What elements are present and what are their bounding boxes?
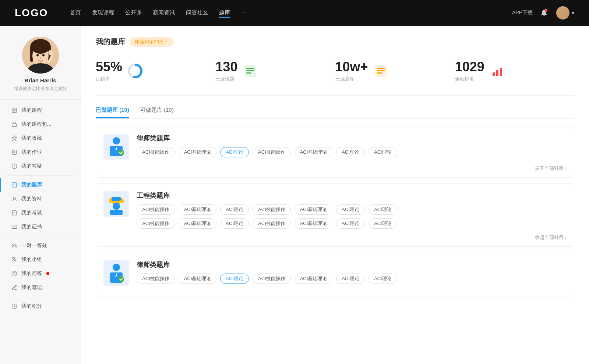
tag-e-r1-4[interactable]: ACI基础理论 <box>294 204 333 215</box>
tag-l1-6[interactable]: ACI理论 <box>368 147 397 157</box>
done-banks-icon <box>374 64 388 78</box>
tag-l1-4[interactable]: ACI基础理论 <box>294 147 333 157</box>
qbank-card-engineer: 工程类题库 ACI技能操作 ACI基础理论 ACI理论 ACI技能操作 ACI基… <box>96 183 574 247</box>
tag-l1-3[interactable]: ACI技能操作 <box>253 147 291 157</box>
svg-rect-47 <box>496 70 498 76</box>
qbank-title-lawyer-2: 律师类题库 <box>137 260 567 269</box>
sidebar-item-course[interactable]: 我的课程 <box>0 103 81 117</box>
notification-bell[interactable] <box>540 8 549 17</box>
tag-e-r2-0[interactable]: ACI技能操作 <box>137 218 175 229</box>
tag-e-r2-5[interactable]: ACI理论 <box>336 218 365 229</box>
stats-row: 55% 正确率 130 已做试题 <box>96 56 574 96</box>
done-banks-label: 已做题库 <box>335 76 368 82</box>
sidebar-item-points[interactable]: 我的积分 <box>0 299 81 313</box>
tag-e-r1-5[interactable]: ACI理论 <box>336 204 365 215</box>
tag-e-r1-6[interactable]: ACI理论 <box>368 204 397 215</box>
tag-l1-0[interactable]: ACI技能操作 <box>137 147 175 157</box>
tag-l2-0[interactable]: ACI技能操作 <box>137 274 175 284</box>
svg-point-61 <box>118 276 124 282</box>
nav-news[interactable]: 新闻资讯 <box>153 8 175 18</box>
svg-point-58 <box>113 264 120 271</box>
qbank-card-lawyer-1: 律师类题库 ACI技能操作 ACI基础理论 ACI理论 ACI技能操作 ACI基… <box>96 126 574 178</box>
nav-discover[interactable]: 发现课程 <box>92 8 114 18</box>
tags-row-lawyer-2: ACI技能操作 ACI基础理论 ACI理论 ACI技能操作 ACI基础理论 AC… <box>137 274 567 284</box>
sidebar-item-package[interactable]: 我的课程包... <box>0 117 81 131</box>
logo[interactable]: LOGO <box>15 7 48 19</box>
svg-point-31 <box>14 226 15 228</box>
tab-done[interactable]: 已做题库 (10) <box>96 107 129 118</box>
sidebar-item-points-label: 我的积分 <box>21 303 42 310</box>
sidebar-item-qbank[interactable]: 我的题库 <box>0 178 81 192</box>
sidebar-item-homework[interactable]: 我的作业 <box>0 145 81 159</box>
svg-point-11 <box>48 50 53 55</box>
profile-motto: 错误的决定比没有决定要好 <box>14 86 67 92</box>
app-download-button[interactable]: APP下载 <box>512 10 533 16</box>
notes-icon <box>11 284 18 291</box>
qbank-title-engineer: 工程类题库 <box>137 191 567 200</box>
tabs-row: 已做题库 (10) 可做题库 (10) <box>96 107 574 119</box>
nav-qbank[interactable]: 题库 <box>219 8 230 18</box>
sidebar-item-group[interactable]: 我的小组 <box>0 253 81 267</box>
tag-l2-2[interactable]: ACI理论 <box>220 274 249 284</box>
tag-l2-3[interactable]: ACI技能操作 <box>253 274 291 284</box>
sidebar-item-one2one[interactable]: 一对一答疑 <box>0 239 81 253</box>
sidebar-item-favorites[interactable]: 我的收藏 <box>0 131 81 145</box>
sidebar-item-certificate[interactable]: 我的证书 <box>0 220 81 234</box>
tag-e-r2-1[interactable]: ACI基础理论 <box>179 218 217 229</box>
tag-l2-4[interactable]: ACI基础理论 <box>294 274 333 284</box>
sidebar-item-profile[interactable]: 我的资料 <box>0 192 81 206</box>
avatar-image <box>556 6 569 19</box>
nav-opencourse[interactable]: 公开课 <box>125 8 142 18</box>
sidebar-item-notes[interactable]: 我的笔记 <box>0 281 81 295</box>
collapse-link-engineer[interactable]: 收起全部科目 › <box>103 234 567 241</box>
page-title: 我的题库 <box>96 37 125 47</box>
stat-done-questions: 130 已做试题 <box>215 56 335 86</box>
user-avatar-dropdown[interactable]: ▾ <box>556 6 574 19</box>
svg-point-52 <box>118 150 124 156</box>
tag-l1-5[interactable]: ACI理论 <box>336 147 365 157</box>
sidebar-item-qa[interactable]: ? 我的答疑 <box>0 159 81 173</box>
tag-e-r1-3[interactable]: ACI技能操作 <box>253 204 291 215</box>
list-blue-icon <box>244 64 257 78</box>
tag-e-r2-6[interactable]: ACI理论 <box>368 218 397 229</box>
tag-e-r2-4[interactable]: ACI基础理论 <box>294 218 333 229</box>
svg-rect-16 <box>12 124 17 126</box>
sidebar-item-question[interactable]: 我的问答 <box>0 267 81 281</box>
tag-e-r1-1[interactable]: ACI基础理论 <box>179 204 217 215</box>
tag-l2-1[interactable]: ACI基础理论 <box>179 274 217 284</box>
svg-rect-18 <box>13 150 17 154</box>
tag-e-r2-2[interactable]: ACI理论 <box>220 218 249 229</box>
tab-available[interactable]: 可做题库 (10) <box>140 107 174 118</box>
tag-l2-6[interactable]: ACI理论 <box>368 274 397 284</box>
svg-rect-57 <box>110 210 123 215</box>
tag-l1-1[interactable]: ACI基础理论 <box>179 147 217 157</box>
svg-point-27 <box>13 197 15 199</box>
sidebar-item-one2one-label: 一对一答疑 <box>21 242 47 249</box>
page-header: 我的题库 体验剩余23天！ <box>96 37 574 47</box>
nav-more[interactable]: ··· <box>241 8 246 18</box>
pie-inner <box>130 66 140 76</box>
menu-divider-3 <box>7 297 73 297</box>
certificate-icon <box>11 224 18 230</box>
nav-home[interactable]: 首页 <box>70 8 81 18</box>
tag-l2-5[interactable]: ACI理论 <box>336 274 365 284</box>
nav-menu: 首页 发现课程 公开课 新闻资讯 问答社区 题库 ··· <box>70 8 512 18</box>
tag-e-r1-0[interactable]: ACI技能操作 <box>137 204 175 215</box>
svg-rect-40 <box>246 70 254 71</box>
tag-e-r1-2[interactable]: ACI理论 <box>220 204 249 215</box>
nav-qa[interactable]: 问答社区 <box>186 8 208 18</box>
qbank-icon <box>11 182 18 188</box>
navbar: LOGO 首页 发现课程 公开课 新闻资讯 问答社区 题库 ··· APP下载 … <box>0 0 589 26</box>
tag-e-r2-3[interactable]: ACI技能操作 <box>253 218 291 229</box>
sidebar-item-qbank-label: 我的题库 <box>21 182 42 188</box>
sidebar-item-exam[interactable]: 我的考试 <box>0 206 81 220</box>
expand-link-lawyer-1[interactable]: 展开全部科目 › <box>103 165 567 172</box>
accuracy-label: 正确率 <box>96 76 122 82</box>
profile-name: Brian Harris <box>25 77 56 83</box>
done-questions-icon <box>243 64 258 78</box>
question-badge <box>46 272 49 275</box>
tag-l1-2[interactable]: ACI理论 <box>220 147 249 157</box>
svg-point-9 <box>40 57 41 59</box>
done-banks-number: 10w+ <box>335 60 368 74</box>
svg-point-0 <box>545 9 547 12</box>
